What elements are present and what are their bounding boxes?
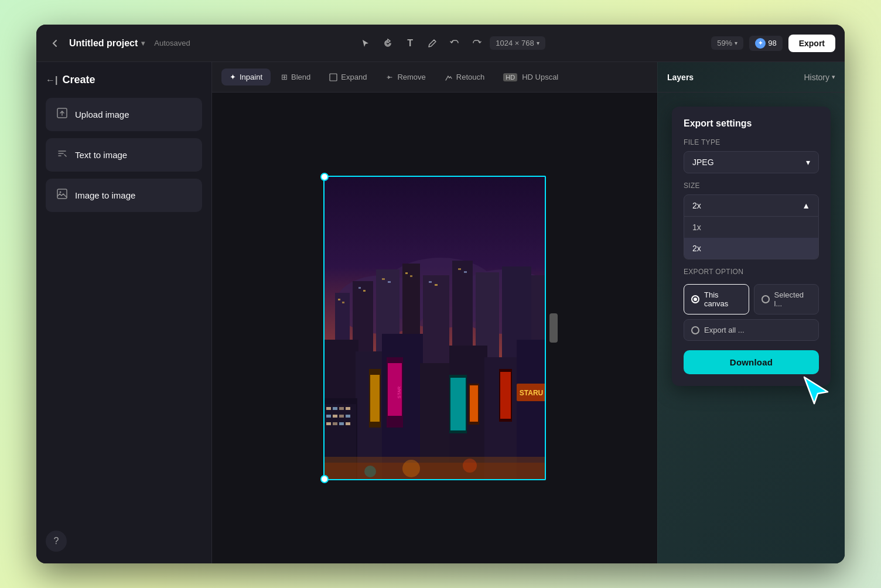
text-tool-button[interactable]: T [401,34,419,53]
toolbar: ✦ Inpaint ⊞ Blend Expand Remove Ret [212,62,657,93]
create-label: Create [62,74,95,86]
svg-rect-40 [370,375,380,422]
export-all-radio [691,326,699,334]
svg-rect-42 [450,378,466,430]
pen-tool-button[interactable] [423,34,442,53]
canvas-image-wrapper[interactable]: STAR [323,176,546,480]
download-wrapper: Download [684,341,819,374]
selected-label: Selected l... [774,290,812,308]
canvas-area: ✦ Inpaint ⊞ Blend Expand Remove Ret [212,62,657,563]
tab-expand[interactable]: Expand [321,69,375,86]
tab-inpaint[interactable]: ✦ Inpaint [221,69,271,86]
size-selector[interactable]: 2x ▲ [684,194,819,217]
svg-point-65 [402,460,420,477]
blend-icon: ⊞ [281,73,288,81]
file-type-value: JPEG [692,158,714,167]
rotate-tool-button[interactable] [378,34,397,53]
credits-count: 98 [768,39,776,47]
size-option-2x[interactable]: 2x [684,238,818,259]
main-layout: ←| Create Upload image [36,62,845,563]
svg-text:STAR: STAR [397,386,402,398]
size-option-1x[interactable]: 1x [684,217,818,238]
svg-rect-25 [429,281,432,283]
tab-retouch[interactable]: Retouch [436,69,493,86]
file-type-selector[interactable]: JPEG ▾ [684,151,819,173]
undo-button[interactable] [445,34,464,53]
download-button[interactable]: Download [684,350,819,374]
tab-blend[interactable]: ⊞ Blend [273,69,319,86]
svg-text:STARU: STARU [520,389,543,397]
export-options-row: This canvas Selected l... [684,284,819,314]
help-button[interactable]: ? [46,531,67,552]
svg-rect-46 [470,385,478,422]
back-button[interactable] [46,34,64,53]
export-button[interactable]: Export [788,35,835,52]
svg-rect-60 [346,422,350,425]
top-bar-left: Untitled project ▾ Autosaved [46,34,190,53]
export-option-label: Export option [684,268,819,276]
svg-rect-3 [330,74,337,81]
right-panel-header: Layers History ▾ [658,62,845,93]
selected-option[interactable]: Selected l... [754,284,819,314]
upload-image-button[interactable]: Upload image [46,98,202,131]
this-canvas-radio [691,295,699,303]
svg-rect-44 [500,372,511,419]
redo-button[interactable] [467,34,486,53]
top-bar-right: 59% ▾ ✦ 98 Export [711,35,835,52]
canvas-size-selector[interactable]: 1024 × 768 ▾ [490,36,545,50]
retouch-icon [445,73,453,81]
export-panel-title: Export settings [684,118,819,129]
canvas-size-dropdown-icon: ▾ [537,40,539,46]
svg-rect-28 [464,271,467,273]
svg-point-67 [364,466,376,477]
size-value: 2x [692,201,701,210]
export-all-button[interactable]: Export all ... [684,319,819,341]
image-to-image-button[interactable]: Image to image [46,179,202,212]
tab-history[interactable]: History ▾ [804,73,835,82]
text-to-image-button[interactable]: Text to image [46,138,202,172]
this-canvas-option[interactable]: This canvas [684,284,749,314]
export-settings-panel: Export settings File type JPEG ▾ Size 2x… [672,107,831,386]
svg-rect-21 [382,278,385,280]
svg-rect-54 [333,415,337,418]
svg-rect-57 [326,422,331,425]
select-tool-button[interactable] [356,34,375,53]
svg-rect-17 [338,299,340,300]
upscal-label: HD [503,73,517,81]
svg-rect-22 [388,281,391,283]
image-to-image-icon [56,188,68,203]
inpaint-icon: ✦ [230,73,236,81]
project-name[interactable]: Untitled project ▾ [69,38,145,49]
right-panel-content: Export settings File type JPEG ▾ Size 2x… [658,93,845,563]
size-dropdown-options: 1x 2x [684,217,819,259]
svg-rect-50 [333,407,337,410]
svg-rect-56 [346,415,350,418]
text-to-image-icon [56,148,68,162]
handle-mid-right[interactable] [549,313,558,343]
svg-rect-51 [339,407,344,410]
zoom-level-selector[interactable]: 59% ▾ [711,36,743,50]
cursor-arrow [801,374,831,406]
svg-point-66 [463,459,477,473]
tab-layers[interactable]: Layers [667,73,694,82]
radio-dot [694,298,697,301]
tab-remove[interactable]: Remove [377,69,433,86]
tab-upscal[interactable]: HD HD Upscal [495,69,566,86]
app-window: Untitled project ▾ Autosaved T [36,25,845,563]
canvas-content[interactable]: STAR [212,93,657,563]
svg-rect-20 [363,290,366,292]
svg-rect-23 [405,272,408,274]
top-bar-center: T 1024 × 768 ▾ [195,34,706,53]
svg-point-2 [60,192,62,193]
upload-icon [56,107,68,122]
canvas-image: STAR [323,176,546,480]
credits-badge[interactable]: ✦ 98 [749,36,782,51]
svg-rect-49 [326,407,331,410]
svg-rect-58 [333,422,337,425]
svg-rect-19 [358,287,361,289]
top-bar: Untitled project ▾ Autosaved T [36,25,845,62]
file-type-label: File type [684,138,819,146]
project-dropdown-icon: ▾ [141,39,145,47]
remove-icon [385,73,394,81]
left-sidebar: ←| Create Upload image [36,62,212,563]
